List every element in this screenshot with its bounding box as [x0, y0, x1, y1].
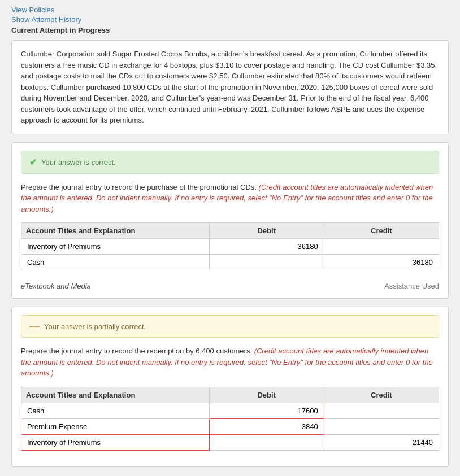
- debit-cell-s2-3[interactable]: [209, 434, 324, 450]
- checkmark-icon: ✔: [29, 157, 37, 168]
- table-row: [21, 418, 439, 434]
- col2-header-debit: Debit: [209, 387, 324, 403]
- col-header-credit: Credit: [324, 223, 439, 239]
- correct-text: Your answer is correct.: [41, 158, 116, 167]
- partial-text: Your answer is partially correct.: [44, 322, 146, 331]
- account-cell-s2-1[interactable]: [21, 403, 210, 418]
- section2-container: — Your answer is partially correct. Prep…: [11, 307, 449, 467]
- account-input-1[interactable]: [25, 241, 206, 252]
- table-row: [21, 403, 439, 418]
- credit-cell-s2-3[interactable]: [324, 434, 439, 450]
- section2-table: Account Titles and Explanation Debit Cre…: [21, 387, 439, 451]
- debit-input-s2-1[interactable]: [213, 405, 320, 416]
- current-attempt-label: Current Attempt in Progress: [11, 26, 449, 34]
- credit-cell-2[interactable]: [324, 255, 439, 270]
- debit-input-2[interactable]: [213, 257, 320, 268]
- account-input-2[interactable]: [25, 257, 206, 268]
- account-input-s2-2[interactable]: [25, 421, 206, 432]
- section1-instructions: Prepare the journal entry to record the …: [21, 182, 439, 215]
- col-header-debit: Debit: [209, 223, 324, 239]
- section2-plain-instruction: Prepare the journal entry to record the …: [21, 347, 252, 355]
- debit-input-s2-2[interactable]: [213, 421, 320, 432]
- problem-description: Cullumber Corporation sold Sugar Frosted…: [11, 40, 449, 134]
- section2-instructions: Prepare the journal entry to record the …: [21, 346, 439, 379]
- account-input-s2-3[interactable]: [25, 437, 206, 448]
- debit-cell-s2-2[interactable]: [209, 418, 324, 434]
- credit-input-2[interactable]: [328, 257, 435, 268]
- correct-banner: ✔ Your answer is correct.: [21, 151, 439, 174]
- table-row: [21, 255, 439, 270]
- table-row: [21, 434, 439, 450]
- view-policies-link[interactable]: View Policies: [11, 6, 449, 14]
- problem-text: Cullumber Corporation sold Sugar Frosted…: [21, 50, 437, 124]
- minus-icon: —: [29, 321, 40, 331]
- section1-container: ✔ Your answer is correct. Prepare the jo…: [11, 142, 449, 299]
- partial-banner: — Your answer is partially correct.: [21, 315, 439, 338]
- credit-cell-1[interactable]: [324, 239, 439, 255]
- etextbook-label[interactable]: eTextbook and Media: [21, 282, 91, 290]
- table-row: [21, 239, 439, 255]
- credit-cell-s2-1[interactable]: [324, 403, 439, 418]
- section1-plain-instruction: Prepare the journal entry to record the …: [21, 183, 257, 191]
- debit-input-s2-3[interactable]: [213, 437, 320, 448]
- credit-input-s2-3[interactable]: [328, 437, 435, 448]
- account-cell-s2-3[interactable]: [21, 434, 210, 450]
- debit-cell-1[interactable]: [209, 239, 324, 255]
- col2-header-account: Account Titles and Explanation: [21, 387, 210, 403]
- section1-table: Account Titles and Explanation Debit Cre…: [21, 222, 439, 270]
- debit-cell-2[interactable]: [209, 255, 324, 270]
- section1-footer: eTextbook and Media Assistance Used: [21, 278, 439, 290]
- account-input-s2-1[interactable]: [25, 405, 206, 416]
- debit-input-1[interactable]: [213, 241, 320, 252]
- credit-input-s2-1[interactable]: [328, 405, 435, 416]
- show-attempt-link[interactable]: Show Attempt History: [11, 15, 449, 24]
- account-cell-1[interactable]: [21, 239, 210, 255]
- col-header-account: Account Titles and Explanation: [21, 223, 210, 239]
- debit-cell-s2-1[interactable]: [209, 403, 324, 418]
- col2-header-credit: Credit: [324, 387, 439, 403]
- assistance-used-label: Assistance Used: [384, 282, 439, 290]
- credit-cell-s2-2[interactable]: [324, 418, 439, 434]
- credit-input-s2-2[interactable]: [328, 421, 435, 432]
- account-cell-s2-2[interactable]: [21, 418, 210, 434]
- credit-input-1[interactable]: [328, 241, 435, 252]
- account-cell-2[interactable]: [21, 255, 210, 270]
